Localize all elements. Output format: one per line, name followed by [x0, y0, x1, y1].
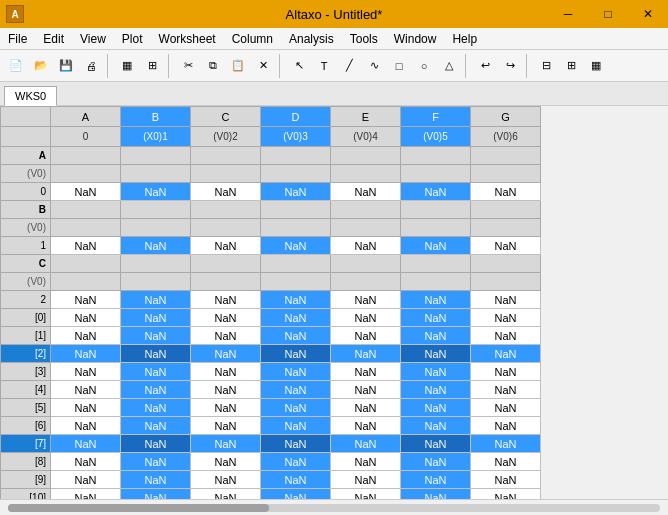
toolbar-button-11[interactable]: ✕	[251, 54, 275, 78]
data-cell[interactable]: NaN	[331, 417, 401, 435]
toolbar-button-1[interactable]: 📂	[29, 54, 53, 78]
group-cell[interactable]	[121, 201, 191, 219]
data-cell[interactable]: NaN	[401, 417, 471, 435]
data-cell[interactable]: NaN	[471, 363, 541, 381]
group-subcell[interactable]	[261, 219, 331, 237]
menu-item-edit[interactable]: Edit	[35, 28, 72, 49]
data-cell[interactable]: NaN	[261, 345, 331, 363]
data-cell[interactable]: NaN	[51, 183, 121, 201]
group-cell[interactable]	[51, 201, 121, 219]
data-cell[interactable]: NaN	[121, 417, 191, 435]
group-cell[interactable]	[401, 201, 471, 219]
data-cell[interactable]: NaN	[191, 183, 261, 201]
toolbar-button-14[interactable]: T	[312, 54, 336, 78]
group-subcell[interactable]	[471, 219, 541, 237]
data-cell[interactable]: NaN	[191, 309, 261, 327]
group-cell[interactable]	[471, 201, 541, 219]
data-cell[interactable]: NaN	[121, 291, 191, 309]
col-header-A[interactable]: A	[51, 107, 121, 127]
toolbar-button-2[interactable]: 💾	[54, 54, 78, 78]
toolbar-button-24[interactable]: ⊟	[534, 54, 558, 78]
toolbar-button-6[interactable]: ⊞	[140, 54, 164, 78]
col-header-F[interactable]: F	[401, 107, 471, 127]
data-cell[interactable]: NaN	[331, 309, 401, 327]
data-cell[interactable]: NaN	[51, 489, 121, 500]
toolbar-button-22[interactable]: ↪	[498, 54, 522, 78]
toolbar-button-25[interactable]: ⊞	[559, 54, 583, 78]
group-cell[interactable]	[331, 147, 401, 165]
data-cell[interactable]: NaN	[51, 471, 121, 489]
group-cell[interactable]	[261, 255, 331, 273]
toolbar-button-18[interactable]: ○	[412, 54, 436, 78]
data-cell[interactable]: NaN	[261, 363, 331, 381]
group-subcell[interactable]	[401, 273, 471, 291]
data-cell[interactable]: NaN	[121, 381, 191, 399]
group-subcell[interactable]	[261, 165, 331, 183]
toolbar-button-15[interactable]: ╱	[337, 54, 361, 78]
data-cell[interactable]: NaN	[471, 237, 541, 255]
data-cell[interactable]: NaN	[191, 453, 261, 471]
group-cell[interactable]	[191, 147, 261, 165]
data-cell[interactable]: NaN	[261, 399, 331, 417]
minimize-button[interactable]: ─	[548, 0, 588, 28]
data-cell[interactable]: NaN	[471, 435, 541, 453]
data-cell[interactable]: NaN	[51, 327, 121, 345]
data-cell[interactable]: NaN	[401, 489, 471, 500]
group-cell[interactable]	[471, 255, 541, 273]
data-cell[interactable]: NaN	[191, 381, 261, 399]
data-cell[interactable]: NaN	[51, 453, 121, 471]
data-cell[interactable]: NaN	[51, 381, 121, 399]
horizontal-scrollbar[interactable]	[0, 499, 668, 515]
data-cell[interactable]: NaN	[261, 237, 331, 255]
data-cell[interactable]: NaN	[51, 345, 121, 363]
data-cell[interactable]: NaN	[121, 363, 191, 381]
data-cell[interactable]: NaN	[401, 381, 471, 399]
group-subcell[interactable]	[191, 165, 261, 183]
data-cell[interactable]: NaN	[261, 435, 331, 453]
data-cell[interactable]: NaN	[471, 327, 541, 345]
toolbar-button-21[interactable]: ↩	[473, 54, 497, 78]
col-header-D[interactable]: D	[261, 107, 331, 127]
toolbar-button-0[interactable]: 📄	[4, 54, 28, 78]
group-subcell[interactable]	[401, 165, 471, 183]
data-cell[interactable]: NaN	[121, 309, 191, 327]
data-cell[interactable]: NaN	[51, 309, 121, 327]
data-cell[interactable]: NaN	[471, 471, 541, 489]
data-cell[interactable]: NaN	[331, 327, 401, 345]
data-cell[interactable]: NaN	[401, 363, 471, 381]
menu-item-plot[interactable]: Plot	[114, 28, 151, 49]
menu-item-column[interactable]: Column	[224, 28, 281, 49]
group-subcell[interactable]	[331, 219, 401, 237]
data-cell[interactable]: NaN	[331, 291, 401, 309]
toolbar-button-16[interactable]: ∿	[362, 54, 386, 78]
group-subcell[interactable]	[331, 273, 401, 291]
data-cell[interactable]: NaN	[331, 381, 401, 399]
data-cell[interactable]: NaN	[261, 309, 331, 327]
group-subcell[interactable]	[191, 219, 261, 237]
toolbar-button-19[interactable]: △	[437, 54, 461, 78]
group-cell[interactable]	[401, 147, 471, 165]
group-subcell[interactable]	[51, 219, 121, 237]
col-header-G[interactable]: G	[471, 107, 541, 127]
data-cell[interactable]: NaN	[51, 399, 121, 417]
data-cell[interactable]: NaN	[51, 291, 121, 309]
data-cell[interactable]: NaN	[51, 237, 121, 255]
data-cell[interactable]: NaN	[471, 453, 541, 471]
group-subcell[interactable]	[121, 273, 191, 291]
data-cell[interactable]: NaN	[331, 183, 401, 201]
data-cell[interactable]: NaN	[121, 237, 191, 255]
data-cell[interactable]: NaN	[121, 453, 191, 471]
group-cell[interactable]	[471, 147, 541, 165]
data-cell[interactable]: NaN	[401, 291, 471, 309]
col-header-B[interactable]: B	[121, 107, 191, 127]
group-cell[interactable]	[331, 201, 401, 219]
group-subcell[interactable]	[261, 273, 331, 291]
group-cell[interactable]	[121, 255, 191, 273]
data-cell[interactable]: NaN	[331, 435, 401, 453]
data-cell[interactable]: NaN	[121, 327, 191, 345]
toolbar-button-5[interactable]: ▦	[115, 54, 139, 78]
group-subcell[interactable]	[401, 219, 471, 237]
data-cell[interactable]: NaN	[191, 471, 261, 489]
data-cell[interactable]: NaN	[331, 237, 401, 255]
group-subcell[interactable]	[191, 273, 261, 291]
